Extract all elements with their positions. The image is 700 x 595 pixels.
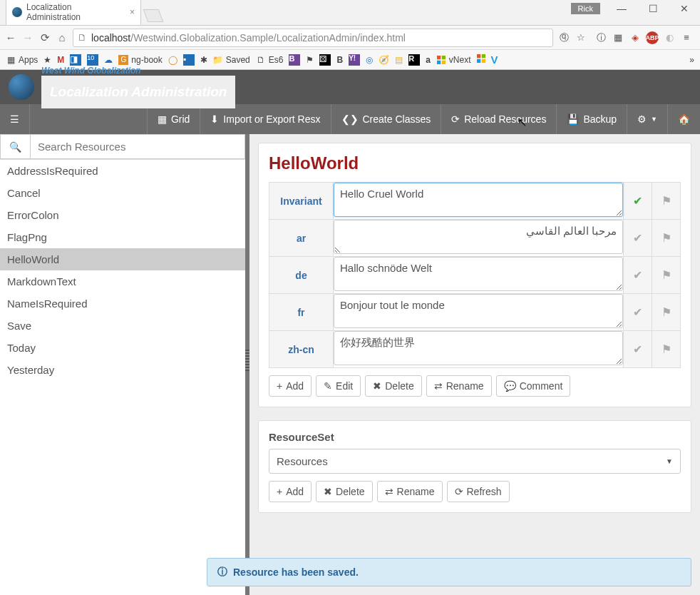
rename-resourceset-button[interactable]: ⇄Rename [377, 481, 443, 502]
grid-button[interactable]: ▦Grid [147, 104, 200, 134]
bookmark-flag-icon[interactable]: ⚑ [306, 55, 314, 65]
translation-input[interactable]: مرحبا العالم القاسي [334, 220, 623, 254]
home-button[interactable]: ⌂ [56, 31, 68, 44]
toolbar-home-button[interactable]: 🏠 [667, 104, 700, 134]
add-translation-button[interactable]: +Add [269, 375, 312, 397]
import-export-button[interactable]: ⬇Import or Export Resx [200, 104, 330, 134]
bookmark-star-icon[interactable]: ☆ [575, 31, 587, 44]
bookmark-calendar-icon[interactable]: 10 [87, 54, 98, 66]
backup-button[interactable]: 💾Backup [556, 104, 627, 134]
bookmark-onedrive-icon[interactable]: ☁ [104, 55, 113, 65]
ext-info-icon[interactable]: ⓘ [595, 31, 607, 44]
resourceset-select[interactable]: Resources ▼ [269, 449, 681, 474]
bookmark-twitter-icon[interactable]: ▪ [183, 54, 195, 66]
save-translation-button[interactable]: ✔ [624, 331, 652, 368]
create-classes-button[interactable]: ❮❯Create Classes [331, 104, 441, 134]
bookmark-v-icon[interactable]: V [491, 54, 498, 66]
resource-list-item[interactable]: AddressIsRequired [0, 160, 245, 182]
add-resourceset-button[interactable]: +Add [269, 481, 312, 502]
browser-tab[interactable]: Localization Administration × [6, 0, 141, 25]
bookmark-es6[interactable]: 🗋Es6 [256, 55, 284, 65]
resource-list-item[interactable]: Cancel [0, 182, 245, 204]
delete-resourceset-button[interactable]: ✖Delete [316, 481, 372, 502]
resource-list-item[interactable]: Today [0, 337, 245, 359]
bookmark-safari-icon[interactable]: 🧭 [379, 55, 389, 65]
ext-globe-icon[interactable]: ◐ [663, 31, 676, 44]
ext-abp-icon[interactable]: ABP [646, 31, 659, 44]
language-label: fr [269, 294, 334, 331]
resource-list-item[interactable]: HelloWorld [0, 248, 245, 270]
back-button[interactable]: ← [4, 31, 17, 44]
flag-translation-button[interactable]: ⚑ [652, 183, 681, 220]
window-user-badge: Rick [571, 3, 600, 14]
reload-button[interactable]: ⟳ [38, 31, 51, 44]
tab-close-icon[interactable]: × [130, 7, 135, 17]
bookmark-amazon-icon[interactable]: a [426, 55, 431, 65]
translation-input[interactable]: Bonjour tout le monde [334, 294, 623, 328]
window-maximize-button[interactable]: ☐ [637, 0, 669, 17]
delete-translation-button[interactable]: ✖Delete [365, 375, 421, 397]
bookmark-yahoo-icon[interactable]: Y! [349, 54, 360, 66]
rename-translation-button[interactable]: ⇄Rename [426, 375, 492, 397]
translation-input[interactable]: Hallo schnöde Welt [334, 257, 623, 291]
settings-button[interactable]: ⚙▼ [627, 104, 667, 134]
bookmark-star-icon[interactable]: ★ [43, 55, 51, 65]
translation-row: zh-cn你好残酷的世界✔⚑ [269, 331, 681, 368]
app-header: West Wind Globalization Localization Adm… [0, 70, 700, 104]
save-translation-button[interactable]: ✔ [624, 183, 652, 220]
resource-list-item[interactable]: Save [0, 315, 245, 337]
svg-rect-7 [481, 59, 485, 63]
bookmark-circle-icon[interactable]: ◯ [168, 55, 177, 65]
bookmark-slack-icon[interactable]: ✱ [200, 55, 207, 65]
ext-qr-icon[interactable]: ▦ [612, 31, 624, 44]
new-tab-button[interactable] [143, 9, 164, 22]
flag-translation-button[interactable]: ⚑ [652, 331, 681, 368]
url-bar[interactable]: 🗋 localhost/Westwind.Globalization.Sampl… [73, 29, 553, 47]
save-translation-button[interactable]: ✔ [624, 257, 652, 294]
window-minimize-button[interactable]: — [606, 0, 637, 17]
reader-icon[interactable]: ⓠ [557, 31, 570, 44]
resource-list-item[interactable]: MarkdownText [0, 270, 245, 293]
resource-list-item[interactable]: FlagPng [0, 226, 245, 248]
apps-button[interactable]: ▦Apps [6, 55, 38, 65]
translation-input[interactable]: Hello Cruel World [334, 183, 623, 217]
bookmark-saved[interactable]: 📁Saved [213, 55, 250, 65]
bookmark-ngbook[interactable]: Gng-book [118, 55, 162, 65]
resource-list-item[interactable]: Yesterday [0, 359, 245, 381]
save-translation-button[interactable]: ✔ [624, 294, 652, 331]
bookmark-dice-icon[interactable]: ⚄ [319, 54, 331, 66]
edit-translation-button[interactable]: ✎Edit [316, 375, 361, 397]
grid-icon: ▦ [158, 113, 167, 125]
bookmark-overflow-icon[interactable]: » [689, 55, 694, 65]
plus-icon: + [277, 486, 282, 497]
refresh-resourceset-button[interactable]: ⟳Refresh [447, 481, 510, 502]
bookmark-r-icon[interactable]: R [408, 54, 420, 66]
forward-button[interactable]: → [21, 31, 34, 44]
bookmark-ms-icon-2[interactable] [477, 54, 485, 65]
flag-translation-button[interactable]: ⚑ [652, 257, 681, 294]
bookmark-gmail-icon[interactable]: M [57, 55, 64, 65]
bookmark-bootstrap-icon[interactable]: B [289, 54, 300, 66]
bookmark-outlook-icon[interactable]: ◨ [70, 54, 81, 66]
splitter-handle[interactable] [245, 350, 249, 371]
resource-list-item[interactable]: ErrorColon [0, 204, 245, 226]
window-close-button[interactable]: ✕ [669, 0, 700, 17]
reload-resources-button[interactable]: ⟳Reload Resources [441, 104, 556, 134]
browser-menu-icon[interactable]: ≡ [680, 31, 693, 44]
bookmark-b-icon[interactable]: B [336, 55, 343, 65]
search-input[interactable] [30, 134, 245, 159]
search-button[interactable]: 🔍 [0, 134, 30, 159]
save-translation-button[interactable]: ✔ [624, 220, 652, 257]
flag-translation-button[interactable]: ⚑ [652, 294, 681, 331]
ext-angular-icon[interactable]: ◈ [629, 31, 642, 44]
comment-translation-button[interactable]: 💬Comment [496, 375, 571, 397]
resource-list-item[interactable]: NameIsRequired [0, 293, 245, 315]
flag-translation-button[interactable]: ⚑ [652, 220, 681, 257]
translation-input[interactable]: 你好残酷的世界 [334, 331, 623, 365]
bookmark-search-icon[interactable]: ◎ [366, 55, 373, 65]
bookmark-vnext[interactable]: vNext [436, 55, 471, 65]
bookmark-note-icon[interactable]: ▤ [395, 55, 403, 65]
apps-icon: ▦ [6, 55, 16, 65]
hamburger-button[interactable]: ☰ [0, 104, 30, 134]
rename-icon: ⇄ [385, 486, 393, 497]
